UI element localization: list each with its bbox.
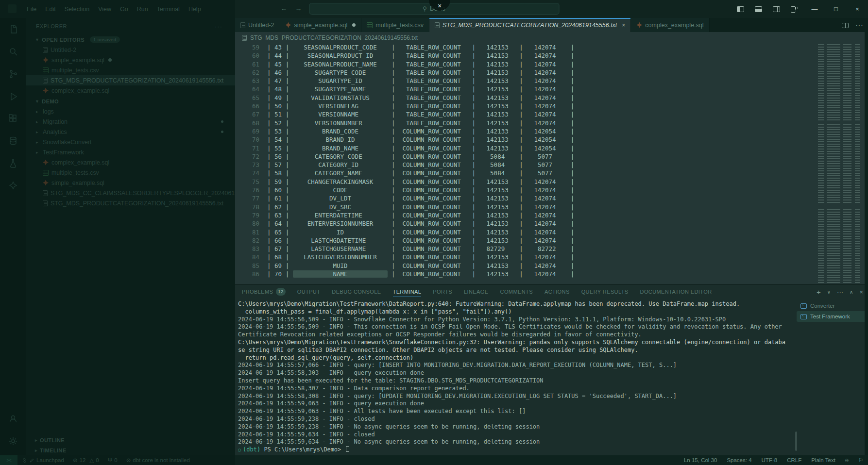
nav-back-icon[interactable]: ← [281,4,288,12]
sidebar-section-outline[interactable]: ▸OUTLINE [26,435,235,445]
editor-tab[interactable]: STG_MDS_PRODUCTCATEGORIZATION_2024061914… [429,18,631,32]
remote-indicator[interactable]: >< [0,455,17,465]
table-row[interactable]: 62| 46 | SUGARTYPE_CODE | TABLE_ROW_COUN… [235,68,868,77]
table-row[interactable]: 72| 56 | CATEGORY_CODE | COLUMN_ROW_COUN… [235,152,868,161]
folder-item[interactable]: ▸Analytics [26,127,235,137]
table-row[interactable]: 80| 64 | ENTERVERSIONNUMBER | COLUMN_ROW… [235,219,868,228]
table-row[interactable]: 86| 70 | NAME | COLUMN_ROW_COUNT | 14215… [235,270,868,278]
panel-tab-terminal[interactable]: TERMINAL [393,285,422,298]
close-button[interactable]: × [847,0,868,18]
toggle-sidebar-icon[interactable] [737,6,744,12]
table-row[interactable]: 60| 44 | SEASONALPRODUCT_ID | TABLE_ROW_… [235,51,868,60]
table-row[interactable]: 77| 61 | DV_LDT | COLUMN_ROW_COUNT | 142… [235,194,868,202]
panel-tab-problems[interactable]: PROBLEMS12 [242,285,286,298]
file-item[interactable]: complex_example.sql [26,157,235,167]
table-row[interactable]: 69| 53 | BRAND_CODE | COLUMN_ROW_COUNT |… [235,127,868,135]
breadcrumb[interactable]: STG_MDS_PRODUCTCATEGORIZATION_2024061914… [235,32,868,43]
table-row[interactable]: 78| 62 | DV_SRC | COLUMN_ROW_COUNT | 142… [235,203,868,211]
maximize-button[interactable]: □ [825,0,847,18]
terminal-prompt[interactable]: ○(dbt) PS C:\Users\mrys\Demo> [238,446,795,453]
activity-source-control-icon[interactable] [0,63,26,85]
terminal-output[interactable]: C:\Users\mrys\Demo\Migration\TestFramewo… [238,300,795,453]
status-spaces[interactable]: Spaces: 4 [722,457,756,463]
notifications-bell-icon[interactable]: ⚐ [853,457,868,464]
menu-help[interactable]: Help [184,6,205,13]
activity-settings-icon[interactable] [0,430,26,452]
sidebar-more-actions-icon[interactable]: ··· [215,23,222,30]
table-row[interactable]: 73| 57 | CATEGORY_ID | COLUMN_ROW_COUNT … [235,161,868,169]
activity-explorer-icon[interactable] [0,18,26,40]
open-editor-item[interactable]: complex_example.sql [26,85,235,96]
open-editor-item[interactable]: STG_MDS_PRODUCTCATEGORIZATION_2024061914… [26,75,235,85]
file-item[interactable]: multiple_tests.csv [26,167,235,178]
open-editors-header[interactable]: ▼ OPEN EDITORS 1 unsaved [26,34,235,45]
panel-tab-output[interactable]: OUTPUT [297,285,321,298]
folder-item[interactable]: ▸logs [26,106,235,116]
menu-run[interactable]: Run [133,6,153,13]
table-row[interactable]: 83| 67 | LASTCHGUSERNAME | COLUMN_ROW_CO… [235,245,868,253]
activity-run-and-debug-icon[interactable] [0,85,26,107]
table-row[interactable]: 71| 55 | BRAND_NAME | COLUMN_ROW_COUNT |… [235,144,868,152]
table-row[interactable]: 76| 60 | CODE | COLUMN_ROW_COUNT | 14215… [235,186,868,194]
file-item[interactable]: STG_MDS_PRODUCTCATEGORIZATION_2024061914… [26,198,235,208]
table-row[interactable]: 70| 54 | BRAND_ID | COLUMN_ROW_COUNT | 1… [235,135,868,144]
customize-layout-icon[interactable] [791,6,799,13]
table-row[interactable]: 84| 68 | LASTCHGVERSIONNUMBER | COLUMN_R… [235,253,868,261]
panel-tab-comments[interactable]: COMMENTS [500,285,533,298]
table-row[interactable]: 67| 51 | VERSIONNAME | TABLE_ROW_COUNT |… [235,110,868,118]
menu-view[interactable]: View [94,6,116,13]
table-row[interactable]: 79| 63 | ENTERDATETIME | COLUMN_ROW_COUN… [235,211,868,219]
table-row[interactable]: 63| 47 | SUGARTYPE_ID | TABLE_ROW_COUNT … [235,77,868,85]
menu-selection[interactable]: Selection [60,6,94,13]
panel-tab-ports[interactable]: PORTS [433,285,452,298]
feedback-icon[interactable]: ⍾ [840,457,853,464]
activity-extensions-icon[interactable] [0,107,26,130]
ports-item[interactable]: Ψ0 [103,457,122,463]
folder-item[interactable]: ▸Migration [26,116,235,127]
terminal-list-item[interactable]: Converter [797,300,866,311]
minimize-button[interactable]: — [804,0,825,18]
terminal-dropdown-icon[interactable]: ∨ [827,289,831,295]
status-ln-15--col-30[interactable]: Ln 15, Col 30 [679,457,722,463]
editor-tab[interactable]: multiple_tests.csv [361,18,429,32]
status-crlf[interactable]: CRLF [782,457,806,463]
open-editor-item[interactable]: Untitled-2 [26,45,235,55]
activity-account-icon[interactable] [0,408,26,430]
table-row[interactable]: 85| 69 | MUID | COLUMN_ROW_COUNT | 14215… [235,262,868,270]
menu-edit[interactable]: Edit [41,6,60,13]
menu-terminal[interactable]: Terminal [153,6,184,13]
table-row[interactable]: 61| 45 | SEASONALPRODUCT_NAME | TABLE_RO… [235,60,868,68]
status-plain-text[interactable]: Plain Text [806,457,840,463]
editor-more-actions-icon[interactable]: ··· [855,21,863,30]
table-row[interactable]: 75| 59 | CHANGETRACKINGMASK | COLUMN_ROW… [235,178,868,186]
table-row[interactable]: 68| 52 | VERSIONNUMBER | TABLE_ROW_COUNT… [235,119,868,127]
close-tab-icon[interactable]: × [622,22,625,29]
activity-database-icon[interactable] [0,130,26,152]
editor-tab[interactable]: simple_example.sql [280,18,362,32]
panel-tab-debug-console[interactable]: DEBUG CONSOLE [332,285,381,298]
panel-tab-lineage[interactable]: LINEAGE [464,285,489,298]
editor-tab[interactable]: complex_example.sql [631,18,709,32]
table-row[interactable]: 59| 43 | SEASONALPRODUCT_CODE | TABLE_RO… [235,43,868,51]
problems-item[interactable]: ⊘12 △0 [68,457,103,464]
open-editor-item[interactable]: simple_example.sql [26,55,235,65]
activity-tests-icon[interactable] [0,152,26,174]
toggle-panel-icon[interactable] [755,6,762,12]
table-row[interactable]: 82| 66 | LASTCHGDATETIME | COLUMN_ROW_CO… [235,236,868,245]
maximize-panel-icon[interactable]: ∧ [850,289,853,295]
editor-pane[interactable]: 59| 43 | SEASONALPRODUCT_CODE | TABLE_RO… [235,43,868,284]
editor-tab[interactable]: Untitled-2 [235,18,280,32]
launchpad-item[interactable]: Launchpad [17,457,68,463]
sidebar-section-timeline[interactable]: ▸TIMELINE [26,445,235,455]
nav-forward-icon[interactable]: → [295,4,302,12]
activity-dbt-icon[interactable] [0,174,26,197]
activity-search-icon[interactable] [0,40,26,63]
folder-item[interactable]: ▸TestFramework [26,147,235,157]
menu-go[interactable]: Go [116,6,133,13]
file-item[interactable]: simple_example.sql [26,178,235,188]
panel-more-actions-icon[interactable]: ··· [837,288,843,296]
table-row[interactable]: 81| 65 | ID | COLUMN_ROW_COUNT | 142153 … [235,228,868,236]
table-row[interactable]: 74| 58 | CATEGORY_NAME | COLUMN_ROW_COUN… [235,169,868,177]
minimap[interactable] [814,44,865,284]
menu-file[interactable]: File [22,6,41,13]
